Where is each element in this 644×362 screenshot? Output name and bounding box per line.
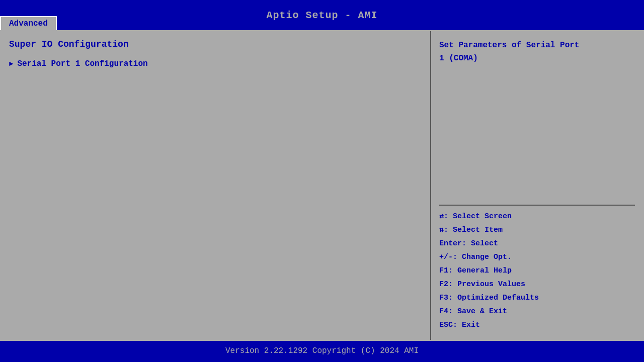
- left-panel: Super IO Configuration ► Serial Port 1 C…: [1, 31, 431, 340]
- key-hint-f2: F2: Previous Values: [439, 278, 635, 291]
- key-hints: ⇄: Select Screen ⇅: Select Item Enter: S…: [439, 210, 635, 332]
- help-line2: 1 (COMA): [439, 54, 478, 63]
- key-hint-change-opt: +/-: Change Opt.: [439, 250, 635, 264]
- footer: Version 2.22.1292 Copyright (C) 2024 AMI: [0, 341, 644, 361]
- help-line1: Set Parameters of Serial Port: [439, 41, 579, 50]
- footer-text: Version 2.22.1292 Copyright (C) 2024 AMI: [225, 346, 419, 355]
- arrow-icon: ►: [9, 60, 13, 68]
- header: Aptio Setup - AMI Advanced: [0, 0, 644, 30]
- divider: [439, 205, 635, 206]
- right-panel: Set Parameters of Serial Port 1 (COMA) ⇄…: [431, 31, 643, 340]
- main-area: Super IO Configuration ► Serial Port 1 C…: [0, 30, 644, 341]
- menu-item-serial-port[interactable]: ► Serial Port 1 Configuration: [9, 57, 422, 70]
- menu-item-label: Serial Port 1 Configuration: [17, 59, 147, 68]
- key-hint-f1: F1: General Help: [439, 264, 635, 278]
- key-hint-f3: F3: Optimized Defaults: [439, 291, 635, 305]
- key-hint-enter: Enter: Select: [439, 237, 635, 250]
- key-hint-esc: ESC: Exit: [439, 318, 635, 332]
- left-panel-title: Super IO Configuration: [9, 39, 422, 49]
- key-hint-select-screen: ⇄: Select Screen: [439, 210, 635, 223]
- key-hint-select-item: ⇅: Select Item: [439, 223, 635, 237]
- key-hint-f4: F4: Save & Exit: [439, 305, 635, 318]
- tab-bar: Advanced: [0, 16, 57, 30]
- help-text: Set Parameters of Serial Port 1 (COMA): [439, 39, 635, 201]
- header-title: Aptio Setup - AMI: [266, 10, 377, 21]
- tab-advanced[interactable]: Advanced: [0, 16, 57, 30]
